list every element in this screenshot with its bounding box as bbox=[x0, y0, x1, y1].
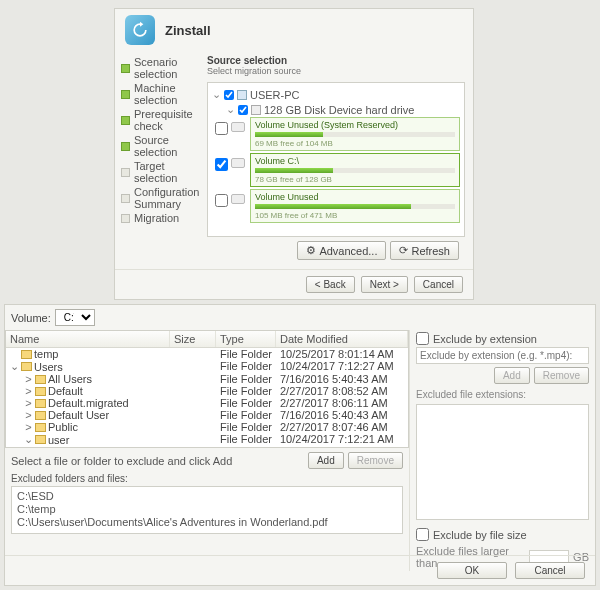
volume-checkbox[interactable] bbox=[215, 158, 228, 171]
drive-node[interactable]: ⌄ 128 GB Disk Device hard drive bbox=[212, 102, 460, 117]
refresh-icon: ⟳ bbox=[399, 244, 408, 257]
file-row[interactable]: >Default.migratedFile Folder2/27/2017 8:… bbox=[6, 397, 408, 409]
excluded-label: Excluded folders and files: bbox=[5, 473, 409, 486]
remove-exclude-button[interactable]: Remove bbox=[348, 452, 403, 469]
wizard-content: Source selection Select migration source… bbox=[207, 51, 473, 269]
expand-icon[interactable]: > bbox=[24, 373, 33, 385]
expand-icon[interactable]: ⌄ bbox=[24, 433, 33, 446]
size-check-row: Exclude by file size bbox=[416, 526, 589, 543]
expand-icon[interactable]: > bbox=[24, 385, 33, 397]
instruction-row: Select a file or folder to exclude and c… bbox=[5, 448, 409, 473]
file-row[interactable]: >DefaultFile Folder2/27/2017 8:08:52 AM bbox=[6, 385, 408, 397]
excluded-item[interactable]: C:\Users\user\Documents\Alice's Adventur… bbox=[17, 516, 397, 529]
collapse-icon[interactable]: ⌄ bbox=[226, 103, 235, 116]
step-current-icon bbox=[121, 142, 130, 151]
expand-icon[interactable]: > bbox=[24, 421, 33, 433]
col-type[interactable]: Type bbox=[216, 331, 276, 347]
folder-icon bbox=[35, 435, 46, 444]
file-row[interactable]: >Default UserFile Folder7/16/2016 5:40:4… bbox=[6, 409, 408, 421]
excluded-item[interactable]: C:\temp bbox=[17, 503, 397, 516]
pc-checkbox[interactable] bbox=[224, 90, 234, 100]
add-ext-button[interactable]: Add bbox=[494, 367, 530, 384]
disk-icon bbox=[231, 194, 245, 204]
advanced-dialog: Volume: C:\ Name Size Type Date Modified… bbox=[4, 304, 596, 586]
dialog-cancel-button[interactable]: Cancel bbox=[515, 562, 585, 579]
folder-icon bbox=[35, 423, 46, 432]
ext-check-row: Exclude by extension bbox=[416, 330, 589, 347]
file-browser[interactable]: Name Size Type Date Modified tempFile Fo… bbox=[5, 330, 409, 448]
expand-icon[interactable]: ⌄ bbox=[10, 360, 19, 373]
col-size[interactable]: Size bbox=[170, 331, 216, 347]
ok-button[interactable]: OK bbox=[437, 562, 507, 579]
collapse-icon[interactable]: ⌄ bbox=[212, 88, 221, 101]
volume-stat: 105 MB free of 471 MB bbox=[255, 211, 455, 220]
col-name[interactable]: Name bbox=[6, 331, 170, 347]
volume-checkbox[interactable] bbox=[215, 194, 228, 207]
pc-node[interactable]: ⌄ USER-PC bbox=[212, 87, 460, 102]
gear-icon: ⚙ bbox=[306, 244, 316, 257]
file-row[interactable]: >PublicFile Folder2/27/2017 8:07:46 AM bbox=[6, 421, 408, 433]
ext-list-label: Excluded file extensions: bbox=[416, 387, 589, 402]
step-config: Configuration Summary bbox=[121, 185, 207, 211]
disk-icon bbox=[231, 158, 245, 168]
dialog-footer: OK Cancel bbox=[5, 555, 595, 585]
wizard-sidebar: Scenario selection Machine selection Pre… bbox=[115, 51, 207, 269]
volume-block[interactable]: Volume Unused105 MB free of 471 MB bbox=[250, 189, 460, 223]
step-pending-icon bbox=[121, 214, 130, 223]
advanced-button[interactable]: ⚙Advanced... bbox=[297, 241, 386, 260]
step-target: Target selection bbox=[121, 159, 207, 185]
source-tree[interactable]: ⌄ USER-PC ⌄ 128 GB Disk Device hard driv… bbox=[207, 82, 465, 237]
volume-stat: 69 MB free of 104 MB bbox=[255, 139, 455, 148]
section-subtitle: Select migration source bbox=[207, 66, 465, 76]
drive-checkbox[interactable] bbox=[238, 105, 248, 115]
step-migration: Migration bbox=[121, 211, 207, 225]
ext-list[interactable] bbox=[416, 404, 589, 520]
col-date[interactable]: Date Modified bbox=[276, 331, 408, 347]
file-header: Name Size Type Date Modified bbox=[6, 331, 408, 348]
volume-stat: 78 GB free of 128 GB bbox=[255, 175, 455, 184]
volume-label: Volume: bbox=[11, 312, 51, 324]
hdd-icon bbox=[251, 105, 261, 115]
next-button[interactable]: Next > bbox=[361, 276, 408, 293]
cancel-button[interactable]: Cancel bbox=[414, 276, 463, 293]
section-title: Source selection bbox=[207, 55, 465, 66]
folder-icon bbox=[35, 399, 46, 408]
file-row[interactable]: ⌄userFile Folder10/24/2017 7:12:21 AM bbox=[6, 433, 408, 446]
step-done-icon bbox=[121, 90, 130, 99]
volume-checkbox[interactable] bbox=[215, 122, 228, 135]
volume-title: Volume C:\ bbox=[255, 156, 455, 166]
wizard-footer: < Back Next > Cancel bbox=[115, 269, 473, 299]
volume-block[interactable]: Volume C:\78 GB free of 128 GB bbox=[250, 153, 460, 187]
excluded-item[interactable]: C:\ESD bbox=[17, 490, 397, 503]
expand-icon[interactable]: > bbox=[24, 397, 33, 409]
volume-select[interactable]: C:\ bbox=[55, 309, 95, 326]
disk-icon bbox=[231, 122, 245, 132]
step-pending-icon bbox=[121, 194, 130, 203]
exclude-ext-checkbox[interactable] bbox=[416, 332, 429, 345]
expand-icon[interactable]: > bbox=[24, 409, 33, 421]
file-row[interactable]: >All UsersFile Folder7/16/2016 5:40:43 A… bbox=[6, 373, 408, 385]
step-machine: Machine selection bbox=[121, 81, 207, 107]
back-button[interactable]: < Back bbox=[306, 276, 355, 293]
wizard-header: Zinstall bbox=[115, 9, 473, 51]
file-row[interactable]: ⌄UsersFile Folder10/24/2017 7:12:27 AM bbox=[6, 360, 408, 373]
volume-title: Volume Unused bbox=[255, 192, 455, 202]
step-scenario: Scenario selection bbox=[121, 55, 207, 81]
computer-icon bbox=[237, 90, 247, 100]
folder-icon bbox=[35, 411, 46, 420]
folder-icon bbox=[21, 350, 32, 359]
app-logo bbox=[125, 15, 155, 45]
volume-block[interactable]: Volume Unused (System Reserved)69 MB fre… bbox=[250, 117, 460, 151]
usage-bar bbox=[255, 132, 455, 137]
usage-bar bbox=[255, 204, 455, 209]
ext-input[interactable] bbox=[416, 347, 589, 364]
file-row[interactable]: tempFile Folder10/25/2017 8:01:14 AM bbox=[6, 348, 408, 360]
usage-bar bbox=[255, 168, 455, 173]
add-exclude-button[interactable]: Add bbox=[308, 452, 344, 469]
step-source: Source selection bbox=[121, 133, 207, 159]
remove-ext-button[interactable]: Remove bbox=[534, 367, 589, 384]
exclude-size-checkbox[interactable] bbox=[416, 528, 429, 541]
refresh-button[interactable]: ⟳Refresh bbox=[390, 241, 459, 260]
volume-selector-row: Volume: C:\ bbox=[5, 305, 595, 330]
excluded-list[interactable]: C:\ESDC:\tempC:\Users\user\Documents\Ali… bbox=[11, 486, 403, 534]
